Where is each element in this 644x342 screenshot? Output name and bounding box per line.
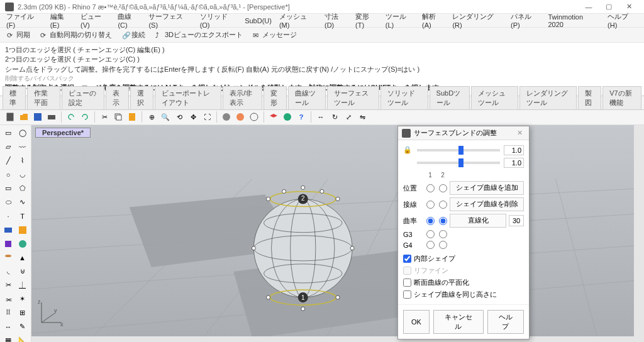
- menu-twinmotion[interactable]: Twinmotion 2020: [544, 11, 604, 30]
- tool-copy[interactable]: [112, 111, 125, 123]
- radio-pos-2[interactable]: [439, 184, 447, 192]
- tool-rotate2[interactable]: ↻: [328, 111, 341, 123]
- radio-tan-1[interactable]: [426, 201, 435, 209]
- tool-pan[interactable]: ✥: [187, 111, 199, 123]
- tb-cylinder[interactable]: [2, 251, 14, 264]
- tab-cplane[interactable]: 作業平面: [27, 86, 60, 109]
- menu-edit[interactable]: 編集(E): [47, 10, 77, 31]
- tool-xray[interactable]: [248, 111, 260, 123]
- tab-select[interactable]: 選択: [130, 86, 153, 109]
- check-same-height[interactable]: シェイプ曲線を同じ高さに: [403, 290, 524, 299]
- tb-select[interactable]: ▭: [2, 127, 14, 140]
- menu-help[interactable]: ヘルプ(H): [604, 10, 641, 31]
- straighten-button[interactable]: 直線化: [450, 214, 506, 228]
- radio-curv-2[interactable]: [439, 217, 447, 225]
- radio-tan-2[interactable]: [439, 201, 447, 209]
- radio-g4-1[interactable]: [426, 241, 435, 249]
- tab-rendertools[interactable]: レンダリングツール: [519, 86, 577, 109]
- tb-split[interactable]: ⏊: [16, 279, 29, 292]
- autosync-button[interactable]: ⟳自動同期の切り替え: [37, 29, 115, 41]
- surface-blend-dialog[interactable]: サーフェスブレンドの調整 ✕ 🔒 1.0 1.0 12 位置 シェイプ曲線を追加…: [397, 126, 530, 339]
- menu-transform[interactable]: 変形(T): [352, 10, 382, 31]
- tb-ellipse[interactable]: ⬭: [2, 196, 14, 209]
- tb-join[interactable]: ⫘: [2, 293, 14, 306]
- tool-new[interactable]: [4, 111, 16, 123]
- tool-center[interactable]: ⊕: [145, 111, 158, 123]
- tb-line[interactable]: ╱: [2, 155, 14, 167]
- tool-redo[interactable]: [79, 111, 91, 123]
- tool-zoom[interactable]: 🔍: [159, 111, 172, 123]
- radio-g4-2[interactable]: [439, 241, 447, 249]
- tool-shade[interactable]: [220, 111, 233, 123]
- export3d-button[interactable]: ⤴3Dビューのエクスポート: [152, 29, 246, 41]
- menu-surface[interactable]: サーフェス(S): [145, 10, 196, 31]
- tb-surface[interactable]: [2, 224, 14, 236]
- tb-array[interactable]: ⠿: [2, 307, 14, 319]
- tool-save[interactable]: [31, 111, 44, 123]
- menu-view[interactable]: ビュー(V): [77, 10, 114, 31]
- tb-trim[interactable]: ✂: [2, 279, 14, 292]
- lock-icon-2[interactable]: [403, 158, 412, 167]
- tool-undo[interactable]: [65, 111, 77, 123]
- menu-mesh[interactable]: メッシュ(M): [275, 10, 321, 31]
- menu-dimension[interactable]: 寸法(D): [321, 10, 352, 31]
- tb-cplane[interactable]: ▱: [2, 141, 14, 153]
- tb-polygon[interactable]: ⬠: [16, 182, 29, 195]
- tool-mirror[interactable]: ⇋: [356, 111, 369, 123]
- sync-button[interactable]: ⟳同期: [4, 29, 33, 41]
- menu-panel[interactable]: パネル(P): [507, 10, 544, 31]
- tb-extrude[interactable]: [16, 224, 29, 236]
- slider-2-value[interactable]: 1.0: [504, 158, 524, 168]
- viewport[interactable]: Perspective*: [31, 125, 644, 342]
- help-button[interactable]: ヘルプ: [487, 310, 524, 334]
- tb-fillet[interactable]: ◟: [2, 265, 14, 278]
- tab-visibility[interactable]: 表示/非表示: [223, 86, 262, 109]
- check-planar[interactable]: 断面曲線の平面化: [403, 278, 524, 287]
- tb-text[interactable]: T: [16, 210, 29, 223]
- cancel-button[interactable]: キャンセル: [433, 310, 484, 334]
- slider-2[interactable]: [417, 162, 500, 164]
- menu-curve[interactable]: 曲線(C): [114, 10, 145, 31]
- tab-meshtools[interactable]: メッシュツール: [471, 86, 518, 109]
- straighten-value[interactable]: 30: [509, 215, 524, 226]
- tool-paste[interactable]: [126, 111, 138, 123]
- tab-standard[interactable]: 標準: [3, 86, 26, 109]
- connect-button[interactable]: 🔗接続: [119, 29, 148, 41]
- tb-curve[interactable]: ∿: [16, 196, 29, 209]
- tb-annotate[interactable]: ✎: [16, 321, 29, 333]
- tb-arc[interactable]: ◡: [16, 168, 29, 181]
- tab-v7new[interactable]: V7の新機能: [602, 86, 641, 109]
- tab-transform[interactable]: 変形: [264, 86, 287, 109]
- tool-scale[interactable]: ⤢: [342, 111, 355, 123]
- tool-rotate[interactable]: ⟲: [173, 111, 186, 123]
- check-inner[interactable]: 内部シェイプ: [403, 254, 524, 263]
- lock-icon[interactable]: 🔒: [403, 146, 412, 155]
- tb-group[interactable]: ⊞: [16, 307, 29, 319]
- tb-cone[interactable]: ▲: [16, 251, 29, 264]
- tb-hatch[interactable]: ▦: [2, 334, 14, 342]
- tb-explode[interactable]: ✶: [16, 293, 29, 306]
- tb-circle[interactable]: ○: [2, 168, 14, 181]
- tool-cut[interactable]: ✂: [98, 111, 111, 123]
- slider-1[interactable]: [417, 149, 500, 152]
- menu-solid[interactable]: ソリッド(O): [196, 10, 241, 31]
- tb-sphere[interactable]: [16, 238, 29, 250]
- tb-freeform[interactable]: 〰: [16, 141, 29, 153]
- tool-open[interactable]: [18, 111, 30, 123]
- add-shape-button[interactable]: シェイプ曲線を追加: [450, 181, 524, 195]
- tb-boolean[interactable]: ⊎: [16, 265, 29, 278]
- radio-pos-1[interactable]: [426, 184, 435, 192]
- viewport-scroll-horizontal[interactable]: [31, 336, 634, 342]
- menu-subd[interactable]: SubD(U): [241, 15, 275, 26]
- check-refine[interactable]: リファイン: [403, 266, 524, 275]
- menu-tools[interactable]: ツール(L): [382, 10, 418, 31]
- tab-surftools[interactable]: サーフェスツール: [327, 86, 379, 109]
- tool-help[interactable]: ?: [295, 111, 308, 123]
- tb-dim[interactable]: ↔: [2, 321, 14, 333]
- menu-render[interactable]: レンダリング(R): [448, 10, 507, 31]
- tool-layers[interactable]: [267, 111, 280, 123]
- dialog-close[interactable]: ✕: [514, 129, 525, 137]
- viewport-title[interactable]: Perspective*: [35, 128, 91, 138]
- ok-button[interactable]: OK: [403, 310, 430, 334]
- tab-curvetools[interactable]: 曲線ツール: [288, 86, 326, 109]
